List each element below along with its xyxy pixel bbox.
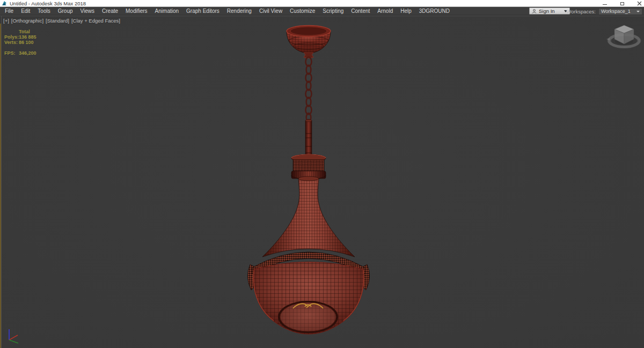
max-logo-icon: [2, 1, 7, 6]
menu-graph-editors[interactable]: Graph Editors: [182, 7, 223, 15]
title-bar: Untitled - Autodesk 3ds Max 2018: [0, 0, 644, 7]
maximize-button[interactable]: [619, 1, 625, 6]
lamp-crown: [291, 154, 326, 179]
menu-help[interactable]: Help: [397, 7, 415, 15]
chevron-down-icon: [636, 11, 640, 12]
menu-views[interactable]: Views: [77, 7, 99, 15]
minimize-button[interactable]: [602, 1, 608, 6]
workspace-dropdown[interactable]: Workspace_1: [598, 8, 642, 15]
lamp-canopy: [287, 26, 331, 58]
menu-bar: File Edit Tools Group Views Create Modif…: [0, 7, 644, 16]
lamp-bowl: [253, 262, 364, 335]
viewport-scene: [0, 16, 644, 348]
axis-y-green: [9, 340, 18, 343]
window-title: Untitled - Autodesk 3ds Max 2018: [10, 1, 86, 6]
menu-3dground[interactable]: 3DGROUND: [415, 7, 453, 15]
viewport[interactable]: [+] [Orthographic] [Standard] [Clay + Ed…: [0, 16, 644, 348]
close-icon: [637, 1, 642, 6]
minimize-icon: [603, 4, 607, 5]
lamp-stem: [305, 120, 312, 157]
viewcube[interactable]: [606, 25, 641, 48]
axis-x-red: [9, 335, 18, 340]
menu-arnold[interactable]: Arnold: [374, 7, 397, 15]
user-icon: [532, 9, 537, 14]
menu-group[interactable]: Group: [54, 7, 77, 15]
axis-gizmo: [9, 329, 18, 343]
pendant-lamp-model[interactable]: [247, 26, 369, 335]
menu-animation[interactable]: Animation: [151, 7, 182, 15]
menu-customize[interactable]: Customize: [286, 7, 319, 15]
menu-civil-view[interactable]: Civil View: [255, 7, 286, 15]
menu-tools[interactable]: Tools: [34, 7, 54, 15]
menu-create[interactable]: Create: [98, 7, 122, 15]
menu-scripting[interactable]: Scripting: [319, 7, 347, 15]
workspace-selected: Workspace_1: [601, 9, 631, 14]
menu-content[interactable]: Content: [347, 7, 374, 15]
menu-rendering[interactable]: Rendering: [223, 7, 255, 15]
sign-in-label: Sign In: [539, 8, 562, 14]
maximize-icon: [620, 2, 624, 5]
workspaces-label: Workspaces:: [566, 9, 596, 14]
lamp-neck: [262, 176, 355, 257]
menu-edit[interactable]: Edit: [17, 7, 34, 15]
lamp-chain: [306, 57, 312, 127]
menu-file[interactable]: File: [1, 7, 17, 15]
menu-modifiers[interactable]: Modifiers: [122, 7, 151, 15]
sign-in-button[interactable]: Sign In: [529, 8, 570, 14]
workspaces-area: Workspaces: Workspace_1: [566, 7, 642, 16]
close-button[interactable]: [636, 1, 642, 6]
